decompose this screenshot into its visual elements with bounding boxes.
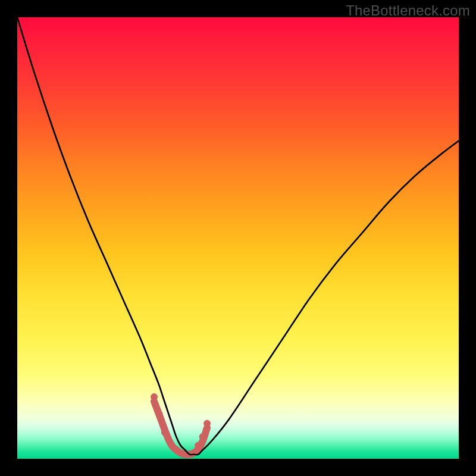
chart-frame: TheBottleneck.com	[0, 0, 476, 476]
right-dot-2	[199, 433, 206, 440]
plot-area	[17, 17, 459, 459]
bottleneck-curve-top	[17, 17, 459, 455]
chart-svg	[17, 17, 459, 459]
left-dot-1	[151, 393, 158, 400]
left-dot-3	[161, 428, 168, 436]
right-dot-1	[195, 442, 202, 449]
right-dot-3	[203, 420, 211, 427]
watermark-text: TheBottleneck.com	[346, 2, 470, 19]
bottleneck-curve	[17, 17, 459, 455]
left-dot-2	[156, 411, 163, 418]
